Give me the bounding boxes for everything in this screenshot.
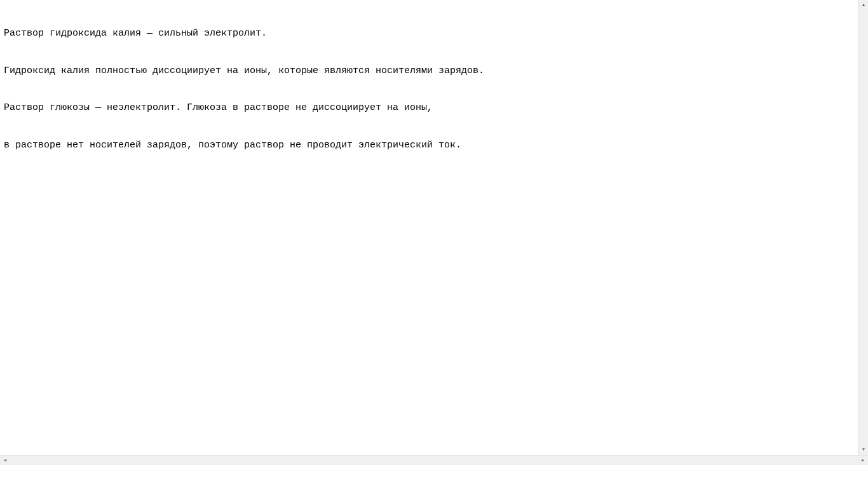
text-line: Раствор глюкозы — неэлектролит. Глюкоза … [4,102,854,114]
scroll-left-arrow-icon[interactable]: ◂ [0,456,10,466]
bottom-blank-area [0,465,868,488]
text-line: Раствор гидроксида калия — сильный элект… [4,27,854,40]
horizontal-scrollbar[interactable]: ◂ ▸ [0,455,868,465]
text-content-area: Раствор гидроксида калия — сильный элект… [0,0,858,455]
scroll-right-arrow-icon[interactable]: ▸ [858,456,868,466]
text-line: в растворе нет носителей зарядов, поэтом… [4,139,854,152]
vertical-scrollbar[interactable]: ▴ ▾ [858,0,868,455]
scroll-down-arrow-icon[interactable]: ▾ [858,445,868,455]
scroll-up-arrow-icon[interactable]: ▴ [858,0,868,10]
text-line: Гидроксид калия полностью диссоциирует н… [4,65,854,78]
